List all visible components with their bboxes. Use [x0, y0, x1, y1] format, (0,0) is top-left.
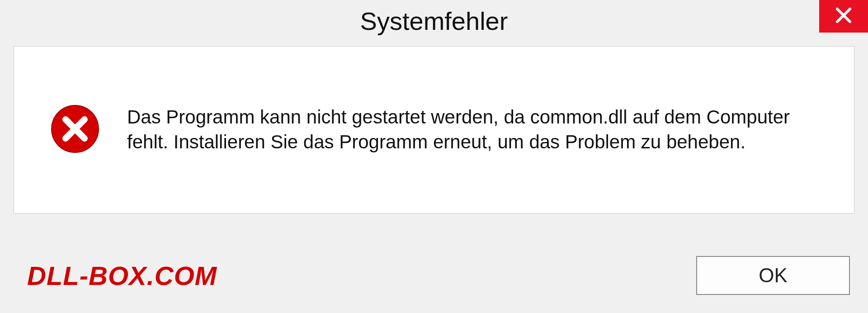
watermark-text: DLL-BOX.COM — [27, 261, 217, 291]
ok-button-label: OK — [759, 264, 788, 287]
error-message: Das Programm kann nicht gestartet werden… — [127, 105, 827, 154]
content-panel: Das Programm kann nicht gestartet werden… — [14, 46, 854, 213]
ok-button[interactable]: OK — [696, 256, 850, 295]
close-icon — [835, 6, 853, 26]
error-icon — [50, 104, 100, 156]
error-dialog: Systemfehler Das Programm kann nicht ges… — [0, 0, 868, 313]
dialog-title: Systemfehler — [360, 6, 508, 36]
close-button[interactable] — [819, 0, 868, 33]
dialog-footer: DLL-BOX.COM OK — [0, 247, 868, 304]
titlebar: Systemfehler — [0, 0, 868, 42]
